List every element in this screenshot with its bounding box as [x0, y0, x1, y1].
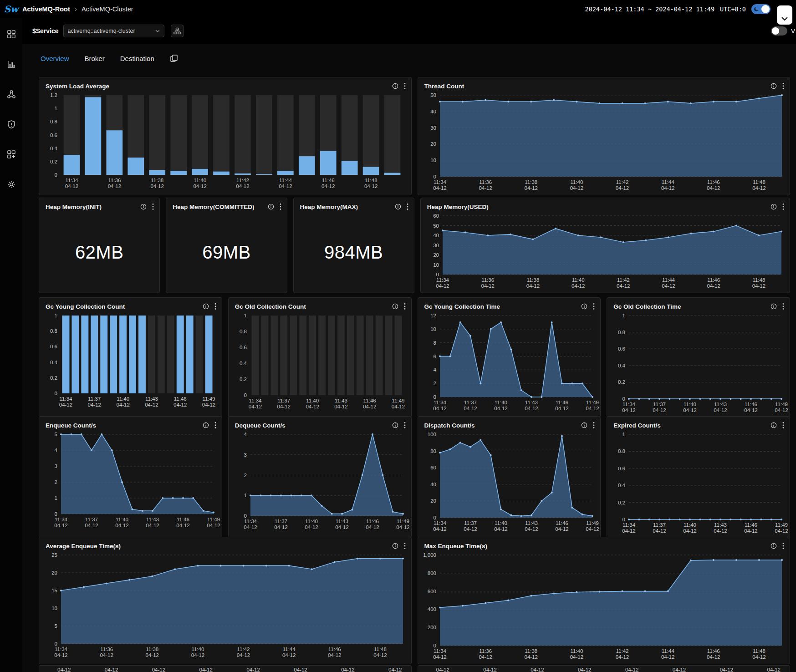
kebab-menu-icon[interactable] [782, 542, 784, 550]
kebab-menu-icon[interactable] [593, 303, 595, 310]
dequeue-count-chart[interactable]: 0123411:3404-1211:3704-1211:4004-1211:43… [230, 431, 409, 537]
gc-old-collection-count-chart[interactable]: 00.20.40.60.8111:3404-1211:3704-1211:400… [230, 312, 409, 416]
svg-text:04-12: 04-12 [364, 183, 378, 189]
copy-icon [170, 54, 178, 62]
kebab-menu-icon[interactable] [214, 303, 216, 310]
kebab-menu-icon[interactable] [782, 303, 784, 310]
chevron-down-icon [155, 30, 160, 32]
kebab-menu-icon[interactable] [407, 203, 408, 210]
svg-text:30: 30 [433, 243, 439, 248]
service-label: $Service [32, 27, 59, 35]
axis-date-label: 04-12 [483, 667, 496, 672]
gc-old-collection-time-chart[interactable]: 00.20.40.60.8111:3404-1211:3704-1211:400… [608, 312, 788, 416]
main-content: $Service activemq::activemq-cluster [22, 18, 796, 672]
axis-date-label: 04-12 [720, 667, 733, 672]
heap-memory-used-chart[interactable]: 010203040506011:3404-1211:3604-1211:3804… [422, 212, 788, 292]
svg-text:04-12: 04-12 [249, 404, 262, 409]
svg-text:0.2: 0.2 [240, 377, 247, 382]
kebab-menu-icon[interactable] [782, 203, 784, 210]
info-icon[interactable] [392, 83, 398, 89]
svg-text:600: 600 [427, 589, 436, 594]
kebab-menu-icon[interactable] [404, 82, 406, 90]
kebab-menu-icon[interactable] [782, 422, 784, 429]
enqueue-count-chart[interactable]: 01234511:3404-1211:3704-1211:4004-1211:4… [40, 431, 220, 537]
expired-count-chart[interactable]: 00.20.40.60.8111:3404-1211:3704-1211:400… [608, 431, 788, 537]
thread-count-chart[interactable]: 0102030405011:3404-1211:3604-1211:3804-1… [419, 92, 788, 194]
sidebar-item-topology[interactable] [5, 88, 17, 100]
svg-text:04-12: 04-12 [707, 283, 720, 289]
sidebar-item-settings[interactable] [5, 178, 17, 190]
sidebar-item-alerting[interactable] [5, 118, 17, 130]
info-icon[interactable] [392, 422, 398, 428]
svg-text:11:40: 11:40 [684, 402, 696, 407]
kebab-menu-icon[interactable] [214, 422, 216, 429]
card-header: Thread Count [418, 77, 790, 92]
info-icon[interactable] [203, 303, 209, 310]
info-icon[interactable] [770, 543, 777, 549]
system-load-average-chart[interactable]: 00.20.40.60.811.211:3404-1211:3604-1211:… [40, 92, 409, 194]
kebab-menu-icon[interactable] [593, 422, 595, 429]
svg-text:11:37: 11:37 [653, 402, 666, 407]
time-range-picker[interactable]: 2024-04-12 11:34 ~ 2024-04-12 11:49 [585, 5, 714, 13]
info-icon[interactable] [395, 204, 401, 210]
card-title: Gc Young Collection Count [46, 303, 197, 310]
breadcrumb: ActiveMQ-Root › ActiveMQ-Cluster [22, 5, 133, 13]
app-logo[interactable]: Sw [0, 4, 22, 15]
svg-text:11:40: 11:40 [194, 178, 206, 183]
info-icon[interactable] [581, 303, 587, 310]
kebab-menu-icon[interactable] [404, 542, 406, 550]
sidebar-item-dashboards[interactable] [5, 28, 17, 40]
svg-text:11:49: 11:49 [586, 520, 599, 526]
service-bar-toggle[interactable] [771, 26, 787, 36]
service-select[interactable]: activemq::activemq-cluster [63, 25, 164, 37]
svg-text:12: 12 [430, 313, 436, 318]
svg-text:04-12: 04-12 [524, 654, 537, 660]
max-enqueue-time-chart[interactable]: 02004006008001,00011:3404-1211:3604-1211… [419, 551, 788, 663]
kebab-menu-icon[interactable] [280, 203, 281, 210]
info-icon[interactable] [268, 204, 274, 210]
info-icon[interactable] [581, 422, 587, 428]
svg-text:11:34: 11:34 [55, 517, 68, 522]
kebab-menu-icon[interactable] [404, 422, 406, 429]
info-icon[interactable] [770, 422, 777, 428]
info-icon[interactable] [770, 303, 777, 310]
tab-destination[interactable]: Destination [120, 55, 154, 62]
svg-text:3: 3 [244, 452, 246, 458]
info-icon[interactable] [140, 204, 147, 210]
svg-text:04-12: 04-12 [321, 183, 335, 189]
gc-young-collection-time-chart[interactable]: 02468101211:3404-1211:3704-1211:4004-121… [419, 312, 599, 416]
info-icon[interactable] [392, 303, 398, 310]
tab-broker[interactable]: Broker [85, 55, 105, 62]
svg-text:04-12: 04-12 [571, 283, 585, 289]
average-enqueue-time-chart[interactable]: 051015202511:3404-1211:3604-1211:3804-12… [40, 551, 409, 663]
topology-relation-button[interactable] [171, 25, 184, 37]
kebab-menu-icon[interactable] [404, 303, 406, 310]
tab-overview[interactable]: Overview [41, 55, 69, 62]
expand-button[interactable] [777, 5, 792, 25]
sidebar-item-metrics[interactable] [5, 58, 17, 70]
info-icon[interactable] [203, 422, 209, 428]
card-header: Heap Memory(USED) [421, 198, 790, 212]
svg-text:04-12: 04-12 [277, 404, 290, 409]
svg-text:11:40: 11:40 [191, 647, 204, 652]
info-icon[interactable] [770, 204, 777, 210]
dispatch-count-chart[interactable]: 02040608010011:3404-1211:3704-1211:4004-… [419, 431, 599, 537]
add-widget-icon [7, 150, 16, 159]
info-icon[interactable] [392, 543, 398, 549]
card-heap-memory-max: Heap Memory(MAX) 984MB [293, 198, 414, 293]
svg-text:04-12: 04-12 [464, 526, 477, 532]
svg-text:04-12: 04-12 [586, 406, 599, 411]
info-icon[interactable] [770, 83, 777, 89]
breadcrumb-root[interactable]: ActiveMQ-Root [22, 5, 70, 13]
svg-text:11:34: 11:34 [244, 519, 257, 524]
svg-text:11:46: 11:46 [328, 647, 341, 652]
gc-young-collection-count-chart[interactable]: 00.20.40.60.8111:3404-1211:3704-1211:400… [40, 312, 220, 416]
kebab-menu-icon[interactable] [782, 82, 784, 90]
svg-text:1: 1 [244, 493, 246, 498]
dark-mode-toggle[interactable] [751, 4, 770, 14]
svg-text:11:46: 11:46 [556, 520, 568, 526]
sidebar-item-new-dashboard[interactable] [5, 148, 17, 160]
kebab-menu-icon[interactable] [152, 203, 154, 210]
svg-text:04-12: 04-12 [363, 404, 376, 409]
copy-dashboard-button[interactable] [170, 54, 178, 62]
